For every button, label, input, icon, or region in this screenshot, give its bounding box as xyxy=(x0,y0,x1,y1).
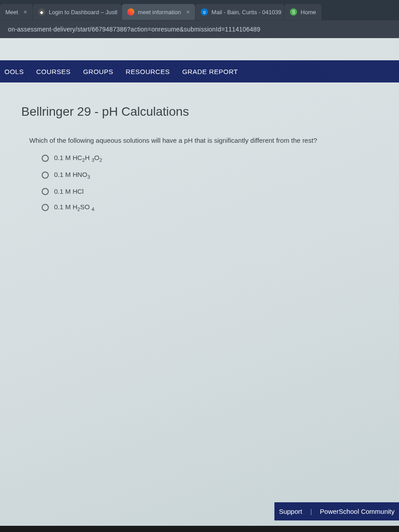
option-label: 0.1 M HCl xyxy=(54,188,84,195)
support-link[interactable]: Support xyxy=(279,508,302,515)
tab-label: Mail - Bain, Curtis - 041039 xyxy=(211,9,282,16)
home-icon: S xyxy=(290,8,297,16)
dashboard-icon: ◆ xyxy=(38,8,45,16)
page-title: Bellringer 29 - pH Calculations xyxy=(21,105,390,119)
community-link[interactable]: PowerSchool Community xyxy=(320,508,395,515)
option-4[interactable]: 0.1 M H2SO 4 xyxy=(42,203,390,212)
outlook-icon: o xyxy=(201,8,208,16)
nav-tools[interactable]: OOLS xyxy=(4,68,24,75)
separator: | xyxy=(310,508,312,515)
tab-meet-info[interactable]: meet information × xyxy=(122,4,195,20)
assessment-card: Bellringer 29 - pH Calculations Which of… xyxy=(21,105,390,212)
browser-chrome: Meet × ◆ Login to Dashboard – Justl × me… xyxy=(0,0,399,38)
option-3[interactable]: 0.1 M HCl xyxy=(42,188,390,195)
close-icon[interactable]: × xyxy=(23,8,27,16)
info-icon xyxy=(127,8,134,16)
option-label: 0.1 M H2SO 4 xyxy=(54,203,94,212)
question-text: Which of the following aqueous solutions… xyxy=(21,137,390,144)
tab-home[interactable]: S Home xyxy=(285,4,321,20)
radio-icon[interactable] xyxy=(42,172,49,179)
nav-grade-report[interactable]: GRADE REPORT xyxy=(182,68,238,75)
options-list: 0.1 M HC2H 3O2 0.1 M HNO3 0.1 M HCl 0.1 … xyxy=(21,154,390,212)
tab-mail[interactable]: o Mail - Bain, Curtis - 041039 × xyxy=(196,4,284,20)
option-label: 0.1 M HNO3 xyxy=(54,171,90,180)
nav-courses[interactable]: COURSES xyxy=(36,68,71,75)
tab-bar: Meet × ◆ Login to Dashboard – Justl × me… xyxy=(0,4,399,20)
footer: Support | PowerSchool Community xyxy=(274,502,399,520)
option-2[interactable]: 0.1 M HNO3 xyxy=(42,171,390,180)
url: on-assessment-delivery/start/6679487386?… xyxy=(8,26,260,33)
tab-meet[interactable]: Meet × xyxy=(0,4,32,20)
nav-resources[interactable]: RESOURCES xyxy=(125,68,170,75)
content-area: OOLS COURSES GROUPS RESOURCES GRADE REPO… xyxy=(0,38,399,526)
option-label: 0.1 M HC2H 3O2 xyxy=(54,154,102,163)
main-nav: OOLS COURSES GROUPS RESOURCES GRADE REPO… xyxy=(0,60,399,82)
radio-icon[interactable] xyxy=(42,155,49,162)
nav-groups[interactable]: GROUPS xyxy=(83,68,113,75)
tab-label: meet information xyxy=(138,9,181,16)
address-bar[interactable]: on-assessment-delivery/start/6679487386?… xyxy=(0,20,399,38)
radio-icon[interactable] xyxy=(42,188,49,195)
tab-label: Login to Dashboard – Justl xyxy=(49,9,117,16)
radio-icon[interactable] xyxy=(42,204,49,211)
tab-label: Home xyxy=(301,9,316,16)
tab-dashboard[interactable]: ◆ Login to Dashboard – Justl × xyxy=(33,4,121,20)
close-icon[interactable]: × xyxy=(186,8,190,16)
tab-label: Meet xyxy=(5,9,18,16)
option-1[interactable]: 0.1 M HC2H 3O2 xyxy=(42,154,390,163)
